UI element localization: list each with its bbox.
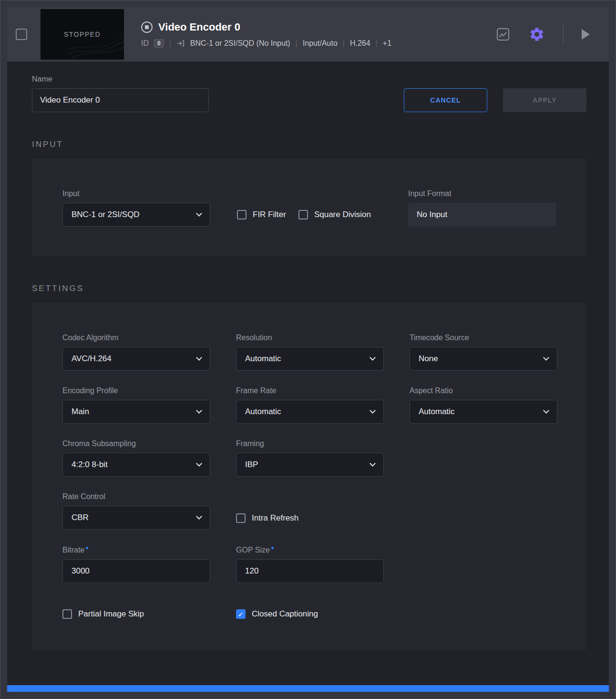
chevron-down-icon [196, 355, 202, 361]
input-source-icon [176, 39, 185, 48]
bitrate-field: Bitrate [62, 546, 210, 583]
separator: | [343, 39, 345, 48]
framing-select[interactable]: IBP [236, 453, 384, 477]
required-indicator [271, 547, 274, 549]
timecode-source-field: Timecode Source None [410, 334, 557, 371]
rate-control-select[interactable]: CBR [62, 506, 210, 530]
settings-grid: Codec Algorithm AVC/H.264 Resolution Aut… [62, 334, 556, 583]
header-divider [563, 23, 564, 45]
encoder-window: STOPPED Video Encoder 0 ID 0 | [7, 7, 609, 692]
meta-codec: H.264 [350, 39, 370, 48]
square-division-checkbox[interactable]: Square Division [298, 210, 371, 219]
form-actions: CANCEL APPLY [404, 88, 586, 112]
resolution-select[interactable]: Automatic [236, 347, 384, 371]
page-title: Video Encoder 0 [158, 21, 240, 33]
settings-panel: Codec Algorithm AVC/H.264 Resolution Aut… [32, 303, 586, 650]
input-select-block: Input BNC-1 or 2SI/SQD [62, 189, 210, 227]
bitrate-input[interactable] [62, 559, 210, 583]
intra-refresh-cell: Intra Refresh [236, 492, 384, 530]
encoding-profile-field: Encoding Profile Main [62, 386, 210, 424]
chroma-subsampling-field: Chroma Subsampling 4:2:0 8-bit [62, 439, 210, 477]
chevron-down-icon [370, 355, 376, 361]
status-badge: STOPPED [64, 31, 101, 38]
apply-button[interactable]: APPLY [503, 88, 586, 112]
input-format-value: No Input [408, 203, 556, 227]
chevron-down-icon [196, 513, 202, 520]
aspect-ratio-field: Aspect Ratio Automatic [410, 386, 557, 424]
id-badge: 0 [154, 39, 164, 48]
gop-size-field: GOP Size [236, 546, 384, 583]
codec-algorithm-select[interactable]: AVC/H.264 [62, 347, 210, 371]
partial-image-skip-checkbox[interactable]: Partial Image Skip [62, 609, 144, 619]
name-row: Name CANCEL APPLY [32, 75, 586, 112]
separator: | [296, 39, 298, 48]
required-indicator [86, 547, 88, 549]
input-panel: Input BNC-1 or 2SI/SQD FIR Filter [32, 159, 586, 256]
input-checkboxes: FIR Filter Square Division [237, 203, 371, 227]
input-row: Input BNC-1 or 2SI/SQD FIR Filter [62, 189, 556, 227]
meta-more-count: +1 [383, 39, 391, 48]
grid-spacer [410, 439, 557, 477]
name-field-block: Name [32, 75, 209, 112]
name-input[interactable] [32, 88, 209, 112]
app-frame: STOPPED Video Encoder 0 ID 0 | [0, 0, 616, 699]
frame-rate-select[interactable]: Automatic [236, 400, 384, 424]
checkbox-box [236, 609, 246, 619]
header-main: Video Encoder 0 ID 0 | BNC-1 or 2SI/SQD … [141, 21, 391, 48]
timecode-source-select[interactable]: None [410, 347, 557, 371]
grid-spacer [410, 492, 557, 530]
input-format-block: Input Format No Input [408, 189, 556, 227]
input-summary: BNC-1 or 2SI/SQD (No Input) [190, 39, 290, 48]
chevron-down-icon [196, 407, 202, 414]
chevron-down-icon [543, 355, 549, 361]
id-label: ID [141, 39, 149, 48]
settings-checkbox-row: Partial Image Skip Closed Captioning [62, 609, 556, 621]
rate-control-field: Rate Control CBR [62, 492, 210, 530]
grid-spacer [410, 546, 557, 583]
checkbox-box [62, 609, 72, 619]
title-row: Video Encoder 0 [141, 21, 391, 33]
chroma-subsampling-select[interactable]: 4:2:0 8-bit [62, 453, 210, 477]
settings-section-heading: SETTINGS [32, 284, 586, 293]
checkbox-box [298, 210, 308, 219]
header-actions [495, 23, 590, 45]
chevron-down-icon [196, 460, 202, 467]
encoder-config-main: Name CANCEL APPLY INPUT Input BNC-1 or 2… [7, 62, 609, 685]
codec-algorithm-field: Codec Algorithm AVC/H.264 [62, 334, 210, 371]
framing-field: Framing IBP [236, 439, 384, 477]
encoder-header: STOPPED Video Encoder 0 ID 0 | [7, 7, 609, 62]
chevron-down-icon [196, 210, 202, 217]
select-encoder-checkbox[interactable] [16, 29, 27, 40]
grid-spacer [410, 609, 557, 621]
input-format-label: Input Format [408, 189, 556, 198]
fir-filter-checkbox[interactable]: FIR Filter [237, 210, 286, 219]
partial-image-skip-cell: Partial Image Skip [62, 609, 210, 621]
closed-captioning-cell: Closed Captioning [236, 609, 384, 621]
input-select[interactable]: BNC-1 or 2SI/SQD [62, 203, 210, 227]
chevron-down-icon [543, 407, 549, 414]
play-icon[interactable] [582, 29, 590, 40]
input-select-label: Input [62, 189, 210, 198]
checkbox-box [237, 210, 246, 219]
separator: | [376, 39, 378, 48]
encoder-meta-row: ID 0 | BNC-1 or 2SI/SQD (No Input) | Inp… [141, 39, 391, 48]
cancel-button[interactable]: CANCEL [404, 88, 487, 112]
meta-scaling-mode: Input/Auto [303, 39, 338, 48]
chevron-down-icon [370, 407, 376, 414]
input-section-heading: INPUT [32, 140, 586, 149]
checkbox-box [236, 513, 246, 523]
resolution-field: Resolution Automatic [236, 334, 384, 371]
name-label: Name [32, 75, 209, 83]
gop-size-input[interactable] [236, 559, 384, 583]
gear-icon[interactable] [529, 26, 545, 42]
closed-captioning-checkbox[interactable]: Closed Captioning [236, 609, 318, 619]
chart-icon[interactable] [495, 27, 511, 42]
status-progress-bar [7, 685, 609, 692]
chevron-down-icon [370, 460, 376, 467]
intra-refresh-checkbox[interactable]: Intra Refresh [236, 513, 298, 523]
aspect-ratio-select[interactable]: Automatic [410, 400, 557, 424]
frame-rate-field: Frame Rate Automatic [236, 386, 384, 424]
encoding-profile-select[interactable]: Main [62, 400, 210, 424]
stop-icon [141, 21, 153, 33]
separator: | [169, 39, 171, 48]
